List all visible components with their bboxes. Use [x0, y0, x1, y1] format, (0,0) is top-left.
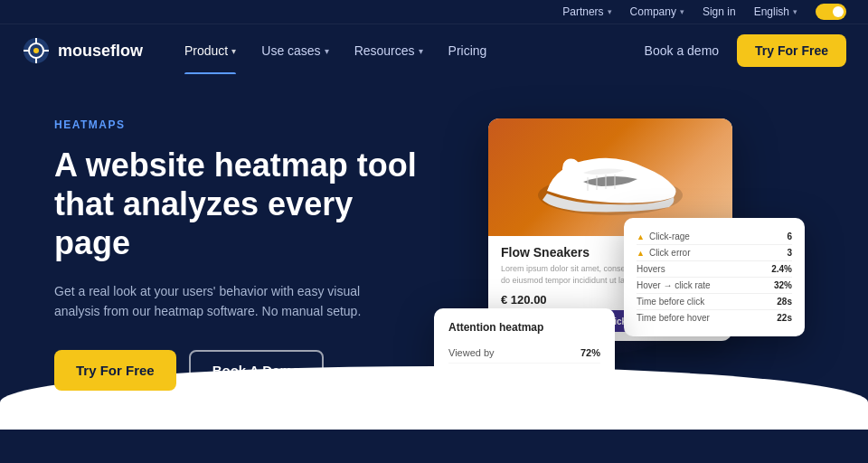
- attn-row-viewed: Viewed by 72%: [448, 343, 600, 364]
- stat-label-time-before-hover: Time before hover: [637, 313, 710, 323]
- nav-pricing-label: Pricing: [448, 43, 487, 58]
- signin-link[interactable]: Sign in: [703, 5, 736, 18]
- hero-description: Get a real look at your users' behavior …: [54, 281, 362, 322]
- hero-left: HEATMAPS A website heatmap tool that ana…: [54, 109, 434, 391]
- theme-toggle-wrap: [816, 4, 846, 20]
- stat-label-click-rage: ▲ Click-rage: [637, 232, 690, 241]
- try-free-hero-button[interactable]: Try For Free: [54, 350, 176, 391]
- book-demo-link[interactable]: Book a demo: [645, 43, 720, 58]
- stat-row-click-error: ▲ Click error 3: [637, 245, 792, 261]
- signin-label: Sign in: [703, 5, 736, 18]
- attn-val-viewed: 72%: [580, 347, 600, 358]
- nav-pricing[interactable]: Pricing: [436, 27, 500, 74]
- partners-menu[interactable]: Partners ▾: [562, 5, 611, 18]
- resources-chevron: ▾: [419, 46, 423, 56]
- use-cases-chevron: ▾: [325, 46, 329, 56]
- logo-text: mouseflow: [58, 42, 143, 61]
- language-chevron: ▾: [793, 7, 797, 16]
- nav-links: Product ▾ Use cases ▾ Resources ▾ Pricin…: [172, 27, 645, 74]
- stat-row-time-before-hover: Time before hover 22s: [637, 310, 792, 326]
- warn-icon-1: ▲: [637, 232, 645, 241]
- theme-toggle[interactable]: [816, 4, 846, 20]
- stats-card: ▲ Click-rage 6 ▲ Click error 3 Hovers 2.…: [624, 218, 805, 336]
- book-demo-hero-button[interactable]: Book A Demo: [189, 350, 324, 391]
- hero-section: HEATMAPS A website heatmap tool that ana…: [0, 77, 868, 430]
- stat-row-hover-click-rate: Hover → click rate 32%: [637, 278, 792, 294]
- stat-val-click-error: 3: [787, 248, 792, 258]
- shoe-illustration: [520, 123, 701, 232]
- nav-product[interactable]: Product ▾: [172, 27, 249, 74]
- category-label: HEATMAPS: [54, 118, 434, 131]
- stat-label-hovers: Hovers: [637, 264, 665, 274]
- attention-card-title: Attention heatmap: [448, 321, 600, 334]
- partners-label: Partners: [562, 5, 603, 18]
- stat-val-hover-click-rate: 32%: [774, 280, 792, 290]
- language-label: English: [754, 5, 789, 18]
- company-label: Company: [630, 5, 676, 18]
- stat-val-time-before-click: 28s: [777, 297, 792, 307]
- nav-product-label: Product: [184, 43, 228, 58]
- hero-buttons: Try For Free Book A Demo: [54, 350, 434, 391]
- svg-point-2: [33, 48, 39, 53]
- stat-row-time-before-click: Time before click 28s: [637, 294, 792, 310]
- stat-row-click-rage: ▲ Click-rage 6: [637, 229, 792, 245]
- warn-icon-2: ▲: [637, 249, 645, 258]
- company-chevron: ▾: [680, 7, 684, 16]
- language-selector[interactable]: English ▾: [754, 5, 797, 18]
- product-chevron: ▾: [231, 46, 236, 56]
- nav-use-cases[interactable]: Use cases ▾: [249, 27, 341, 74]
- logo-icon: [22, 36, 51, 65]
- try-free-nav-button[interactable]: Try For Free: [737, 34, 846, 67]
- stat-label-click-error: ▲ Click error: [637, 248, 690, 258]
- stat-label-hover-click-rate: Hover → click rate: [637, 280, 711, 290]
- stat-val-hovers: 2.4%: [771, 264, 792, 274]
- partners-chevron: ▾: [608, 7, 612, 16]
- logo[interactable]: mouseflow: [22, 36, 143, 65]
- stat-row-hovers: Hovers 2.4%: [637, 261, 792, 278]
- attn-label-viewed: Viewed by: [448, 347, 495, 358]
- nav-resources[interactable]: Resources ▾: [342, 27, 436, 74]
- stat-val-click-rage: 6: [787, 232, 792, 241]
- company-menu[interactable]: Company ▾: [630, 5, 684, 18]
- stat-label-time-before-click: Time before click: [637, 297, 704, 307]
- nav-resources-label: Resources: [354, 43, 415, 58]
- nav-right: Book a demo Try For Free: [645, 34, 846, 67]
- stat-val-time-before-hover: 22s: [777, 313, 792, 323]
- nav-use-cases-label: Use cases: [261, 43, 320, 58]
- hero-title: A website heatmap tool that analyzes eve…: [54, 146, 434, 263]
- topbar: Partners ▾ Company ▾ Sign in English ▾: [0, 0, 868, 24]
- navbar: mouseflow Product ▾ Use cases ▾ Resource…: [0, 24, 868, 77]
